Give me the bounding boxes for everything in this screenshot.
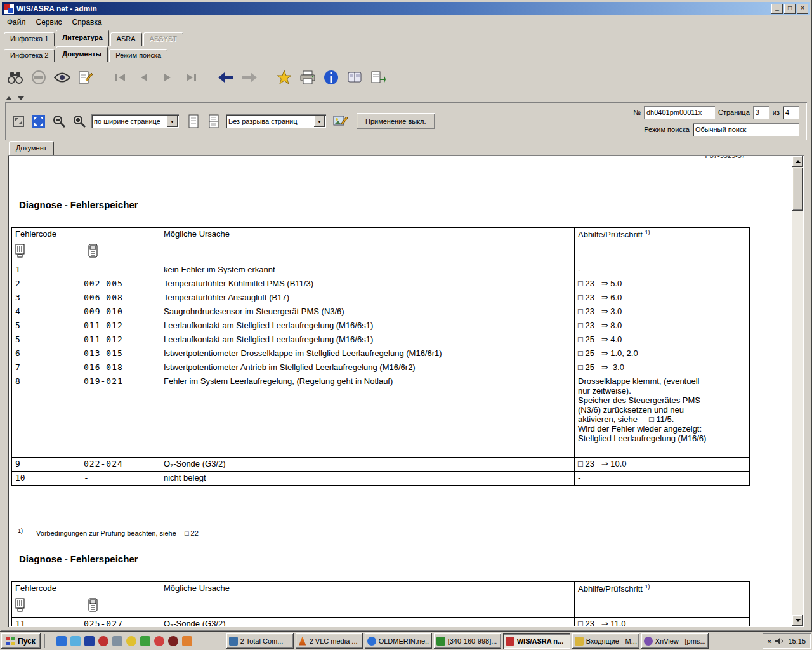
fault-code: - xyxy=(84,265,89,274)
quicklaunch-app-icon[interactable] xyxy=(154,636,164,646)
app-window: WIS/ASRA net - admin _ □ × Файл Сервис С… xyxy=(0,0,812,632)
maximize-button[interactable]: □ xyxy=(784,4,796,14)
zoom-mode-value: по ширине странице xyxy=(91,117,167,125)
taskbar-task[interactable]: XnView - [pms... xyxy=(641,633,709,649)
zoom-in-icon[interactable] xyxy=(71,114,88,129)
impulse-readout-icon xyxy=(15,598,25,612)
tab-assyst: ASSYST xyxy=(143,32,183,46)
back-arrow-icon[interactable] xyxy=(216,67,236,88)
table-row: 7016-018Istwertpotentiometer Antrieb im … xyxy=(12,361,750,375)
window-title: WIS/ASRA net - admin xyxy=(16,4,770,13)
quicklaunch-app-icon[interactable] xyxy=(70,636,81,646)
footnote-ref: □ 22 xyxy=(185,529,199,537)
scroll-up-button[interactable] xyxy=(792,156,803,167)
xnview-eye-icon xyxy=(644,637,653,646)
tab-literatura[interactable]: Литература xyxy=(56,30,108,46)
footnote-marker: 1) xyxy=(645,583,650,590)
view-eye-icon[interactable] xyxy=(52,67,72,88)
collapse-up-icon[interactable] xyxy=(6,96,12,100)
search-mode-field[interactable] xyxy=(693,123,799,136)
apply-button[interactable]: Применение выкл. xyxy=(357,113,435,129)
continuous-pages-icon[interactable] xyxy=(206,114,222,129)
remedy: □ 23 ⇒ 5.0 xyxy=(575,277,750,291)
fault-code: 011-012 xyxy=(84,335,123,344)
diagnostic-tester-icon xyxy=(88,244,98,258)
quicklaunch-app-icon[interactable] xyxy=(126,636,136,646)
tab-strip-bottom: Инфотека 2 Документы Режим поиска xyxy=(4,46,810,62)
resize-icon[interactable] xyxy=(10,114,27,129)
chevron-down-icon[interactable]: ▼ xyxy=(167,116,178,127)
quicklaunch-app-icon[interactable] xyxy=(168,636,178,646)
tab-infoteka-1[interactable]: Инфотека 1 xyxy=(4,32,55,46)
menu-help[interactable]: Справка xyxy=(67,17,107,28)
search-binoculars-icon[interactable] xyxy=(5,67,25,88)
favorites-star-icon[interactable] xyxy=(274,67,294,88)
glossary-icon[interactable] xyxy=(344,67,365,88)
print-icon[interactable] xyxy=(298,67,318,88)
taskbar-task-active[interactable]: WIS/ASRA n... xyxy=(503,633,570,649)
scroll-down-button[interactable] xyxy=(792,615,803,626)
table-row: 1-kein Fehler im System erkannt- xyxy=(12,263,750,277)
remedy: Drosselklappe klemmt, (eventuell nur zei… xyxy=(575,375,750,458)
table-header-row: Fehlercode Mögliche Ursache Abhilfe/Prüf… xyxy=(12,582,750,618)
table-row: 9022-024O₂-Sonde (G3/2)□ 23 ⇒ 10.0 xyxy=(12,458,750,472)
quicklaunch-app-icon[interactable] xyxy=(140,636,150,646)
minimize-button[interactable]: _ xyxy=(771,4,783,14)
page-break-select[interactable]: Без разрыва страниц ▼ xyxy=(226,114,326,128)
last-page-icon xyxy=(181,67,201,88)
close-button[interactable]: × xyxy=(797,4,808,14)
page-label: Страница xyxy=(718,109,750,116)
taskbar-task[interactable]: Входящие - M... xyxy=(572,633,639,649)
chevron-down-icon[interactable]: ▼ xyxy=(314,116,325,127)
possible-cause: nicht belegt xyxy=(160,472,575,486)
quicklaunch-app-icon[interactable] xyxy=(112,636,122,646)
fault-number: 2 xyxy=(15,279,84,288)
forward-arrow-icon xyxy=(239,67,259,88)
prev-page-icon xyxy=(134,67,154,88)
menu-service[interactable]: Сервис xyxy=(31,17,67,28)
tab-rezhim-poiska[interactable]: Режим поиска xyxy=(109,49,167,62)
section-heading: Diagnose - Fehlerspeicher xyxy=(19,554,138,564)
tab-dokumenty[interactable]: Документы xyxy=(56,46,108,62)
send-document-icon[interactable] xyxy=(368,67,388,88)
taskbar-task[interactable]: 2 Total Com... xyxy=(226,633,294,649)
vertical-scrollbar[interactable] xyxy=(792,156,803,626)
taskbar-task[interactable]: OLDMERIN.ne... xyxy=(365,633,432,649)
document-viewport: P07-5525-57 Diagnose - Fehlerspeicher Fe… xyxy=(8,155,804,627)
fault-number: 5 xyxy=(15,335,84,344)
doc-number-field[interactable] xyxy=(644,106,715,119)
tray-expand-chevron[interactable]: « xyxy=(768,637,772,646)
zoom-mode-select[interactable]: по ширине странице ▼ xyxy=(91,114,179,128)
quicklaunch-ie-icon[interactable] xyxy=(56,636,67,646)
menu-file[interactable]: Файл xyxy=(2,17,31,28)
single-page-icon[interactable] xyxy=(185,114,202,129)
total-pages-field[interactable] xyxy=(783,106,799,119)
edit-note-icon[interactable] xyxy=(75,67,96,88)
tab-dokument[interactable]: Документ xyxy=(9,141,54,155)
quicklaunch-app-icon[interactable] xyxy=(98,636,108,646)
annotation-icon[interactable] xyxy=(332,114,349,129)
quicklaunch-save-icon[interactable] xyxy=(84,636,95,646)
fault-number: 7 xyxy=(15,362,84,372)
volume-icon[interactable] xyxy=(775,637,784,645)
fault-code: 006-008 xyxy=(84,293,123,302)
figure-reference: P07-5525-57 xyxy=(705,156,745,159)
possible-cause: kein Fehler im System erkannt xyxy=(160,263,575,277)
info-icon[interactable] xyxy=(321,67,341,88)
fault-number: 5 xyxy=(15,321,84,330)
fault-number: 3 xyxy=(15,293,84,302)
possible-cause: Istwertpotentiometer Antrieb im Stellgli… xyxy=(160,361,575,375)
taskbar-task[interactable]: 2 VLC media ... xyxy=(296,633,363,649)
collapse-down-icon[interactable] xyxy=(18,96,24,100)
fit-page-icon[interactable] xyxy=(30,114,47,129)
table-row: 5011-012Leerlaufkontakt am Stellglied Le… xyxy=(12,333,750,347)
tab-asra[interactable]: ASRA xyxy=(110,32,142,46)
taskbar-task[interactable]: [340-160-998]... xyxy=(434,633,501,649)
zoom-out-icon[interactable] xyxy=(51,114,67,129)
start-button[interactable]: Пуск xyxy=(1,633,41,649)
page-field[interactable] xyxy=(753,106,769,119)
pane-splitter[interactable] xyxy=(2,93,810,101)
quicklaunch-app-icon[interactable] xyxy=(182,636,192,646)
scroll-thumb[interactable] xyxy=(792,168,803,211)
tab-infoteka-2[interactable]: Инфотека 2 xyxy=(4,49,55,62)
